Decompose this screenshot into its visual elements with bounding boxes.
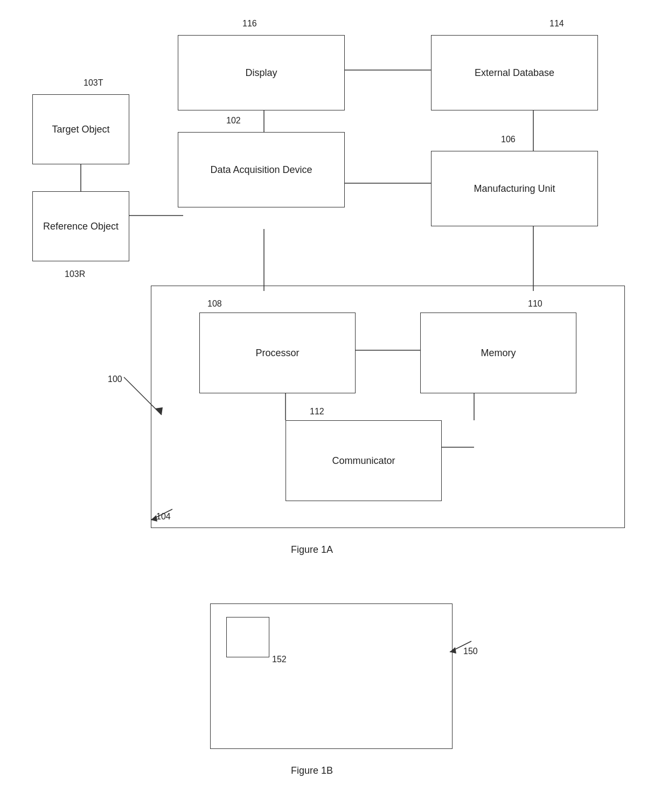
external-database-label: External Database [475, 67, 554, 79]
external-database-box: External Database [431, 35, 598, 110]
figure-1b-caption: Figure 1B [291, 765, 333, 776]
reference-object-box: Reference Object [32, 191, 129, 261]
memory-label: Memory [481, 348, 516, 359]
label-112: 112 [310, 407, 324, 417]
label-102: 102 [226, 116, 241, 126]
inner-box-152 [226, 617, 269, 657]
label-116: 116 [242, 19, 257, 29]
display-label: Display [245, 67, 277, 79]
label-114: 114 [549, 19, 564, 29]
processor-box: Processor [199, 313, 356, 393]
communicator-box: Communicator [286, 420, 442, 501]
svg-marker-17 [450, 647, 456, 654]
label-108: 108 [207, 299, 222, 309]
manufacturing-unit-box: Manufacturing Unit [431, 151, 598, 226]
manufacturing-unit-label: Manufacturing Unit [474, 183, 555, 195]
arrow-150 [442, 639, 474, 655]
label-152: 152 [272, 655, 287, 664]
label-103T: 103T [84, 78, 103, 88]
memory-box: Memory [420, 313, 576, 393]
communicator-label: Communicator [332, 455, 395, 467]
diagram-container: Target Object 103T Reference Object 103R… [0, 0, 668, 812]
target-object-label: Target Object [52, 124, 109, 135]
label-110: 110 [528, 299, 542, 309]
target-object-box: Target Object [32, 94, 129, 164]
display-box: Display [178, 35, 345, 110]
label-106: 106 [501, 135, 516, 144]
reference-object-label: Reference Object [43, 221, 119, 232]
label-100: 100 [108, 374, 122, 384]
arrow-104 [145, 506, 178, 523]
data-acquisition-label: Data Acquisition Device [210, 164, 312, 176]
figure-1a-caption: Figure 1A [291, 544, 333, 556]
data-acquisition-box: Data Acquisition Device [178, 132, 345, 207]
processor-label: Processor [255, 348, 299, 359]
label-103R: 103R [65, 269, 85, 279]
svg-marker-15 [151, 515, 157, 522]
